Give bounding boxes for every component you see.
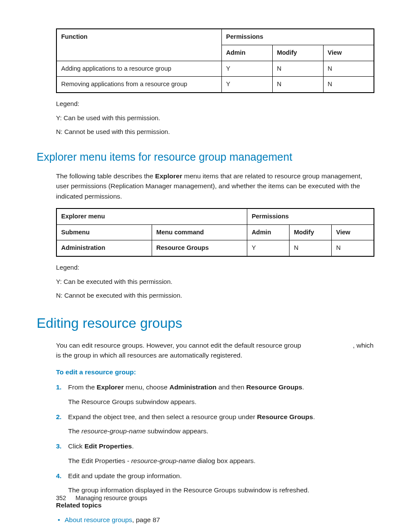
step-result: The resource-group-name subwindow appear… — [68, 426, 374, 436]
cell-view: N — [323, 77, 374, 93]
legend-n: N: Cannot be executed with this permissi… — [56, 291, 374, 301]
link-about-resource-groups[interactable]: About resource groups — [65, 516, 132, 523]
text-bold: Explorer — [155, 172, 182, 180]
th-permissions: Permissions — [221, 29, 374, 45]
step-4: 4. Edit and update the group information… — [56, 471, 374, 495]
step-number: 1. — [56, 382, 62, 392]
cell-modify: N — [290, 240, 332, 256]
step-number: 3. — [56, 441, 62, 451]
page-footer: 352 Managing resource groups — [56, 494, 147, 503]
step-1: 1. From the Explorer menu, choose Admini… — [56, 382, 374, 407]
th-explorer-menu: Explorer menu — [56, 208, 247, 224]
text-bold: Resource Groups — [257, 413, 313, 420]
th-modify: Modify — [272, 45, 323, 61]
page-content: Function Permissions Admin Modify View A… — [0, 0, 411, 525]
legend-y: Y: Can be used with this permission. — [56, 113, 374, 123]
procedure-title: To edit a resource group: — [56, 367, 374, 377]
text: dialog box appears. — [196, 457, 256, 464]
text: . — [313, 413, 315, 420]
section-heading-editing: Editing resource groups — [37, 313, 374, 333]
th-admin: Admin — [221, 45, 272, 61]
text-bold: Administration — [169, 383, 216, 391]
legend-1: Legend: Y: Can be used with this permiss… — [56, 99, 374, 137]
text: From the — [68, 383, 97, 391]
text-bold: Edit Properties — [84, 442, 132, 450]
th-submenu: Submenu — [56, 224, 152, 240]
table-row: Administration Resource Groups Y N N — [56, 240, 374, 256]
th-permissions: Permissions — [247, 208, 374, 224]
text: and then — [217, 383, 246, 391]
cell-modify: N — [272, 61, 323, 77]
cell-admin: Y — [221, 77, 272, 93]
th-command: Menu command — [152, 224, 247, 240]
related-topics-list: About resource groups, page 87 — [56, 515, 374, 525]
function-permissions-table-wrap: Function Permissions Admin Modify View A… — [56, 28, 374, 93]
explorer-permissions-table-wrap: Explorer menu Permissions Submenu Menu c… — [56, 208, 374, 257]
section-heading-explorer: Explorer menu items for resource group m… — [37, 149, 374, 165]
explorer-permissions-table: Explorer menu Permissions Submenu Menu c… — [56, 208, 374, 257]
text-italic: resource-group-name — [131, 457, 195, 464]
cell-submenu: Administration — [56, 240, 152, 256]
text: . — [302, 383, 304, 391]
text: The following table describes the — [56, 172, 155, 180]
step-result: The Resource Groups subwindow appears. — [68, 397, 374, 407]
th-modify: Modify — [290, 224, 332, 240]
editing-intro: You can edit resource groups. However, y… — [56, 340, 374, 361]
text: . — [132, 442, 134, 450]
cell-modify: N — [272, 77, 323, 93]
text: The Edit Properties - — [68, 457, 131, 464]
th-view: View — [332, 224, 374, 240]
step-2: 2. Expand the object tree, and then sele… — [56, 412, 374, 436]
text-italic: resource-group-name — [81, 427, 146, 435]
text: Click — [68, 442, 84, 450]
text-bold: Explorer — [97, 383, 124, 391]
legend-2: Legend: Y: Can be executed with this per… — [56, 263, 374, 301]
legend-title: Legend: — [56, 263, 374, 273]
step-number: 2. — [56, 412, 62, 422]
text-bold: Resource Groups — [246, 383, 302, 391]
text: You can edit resource groups. However, y… — [56, 342, 301, 349]
th-view: View — [323, 45, 374, 61]
function-permissions-table: Function Permissions Admin Modify View A… — [56, 28, 374, 93]
text: Edit and update the group information. — [68, 472, 182, 479]
text: subwindow appears. — [146, 427, 209, 435]
text: Expand the object tree, and then select … — [68, 413, 257, 420]
th-admin: Admin — [247, 224, 290, 240]
legend-title: Legend: — [56, 99, 374, 109]
text: , page 87 — [132, 516, 160, 523]
text: The — [68, 427, 81, 435]
cell-command: Resource Groups — [152, 240, 247, 256]
cell-admin: Y — [221, 61, 272, 77]
step-number: 4. — [56, 471, 62, 481]
procedure-steps: 1. From the Explorer menu, choose Admini… — [56, 382, 374, 495]
step-3: 3. Click Edit Properties. The Edit Prope… — [56, 441, 374, 466]
chapter-title: Managing resource groups — [75, 495, 147, 501]
cell-view: N — [332, 240, 374, 256]
list-item: About resource groups, page 87 — [56, 515, 374, 525]
table-row: Adding applications to a resource group … — [56, 61, 374, 77]
legend-y: Y: Can be executed with this permission. — [56, 277, 374, 287]
th-function: Function — [56, 29, 221, 61]
step-result: The Edit Properties - resource-group-nam… — [68, 456, 374, 466]
cell-view: N — [323, 61, 374, 77]
page-number: 352 — [56, 495, 66, 501]
legend-n: N: Cannot be used with this permission. — [56, 127, 374, 137]
cell-fn: Removing applications from a resource gr… — [56, 77, 221, 93]
table-row: Removing applications from a resource gr… — [56, 77, 374, 93]
text: menu, choose — [124, 383, 169, 391]
cell-fn: Adding applications to a resource group — [56, 61, 221, 77]
cell-admin: Y — [247, 240, 290, 256]
section-intro: The following table describes the Explor… — [56, 171, 374, 201]
